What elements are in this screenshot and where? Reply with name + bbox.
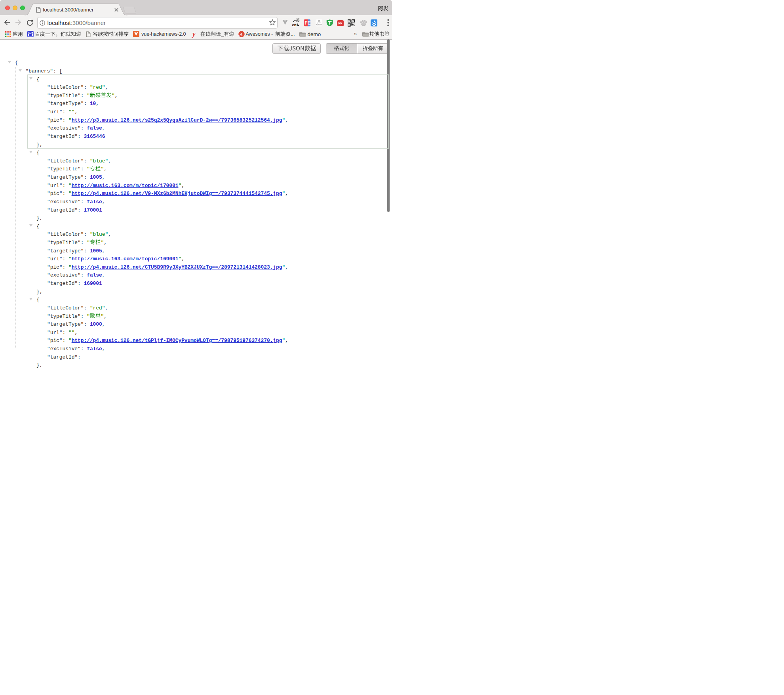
svg-text:E: E: [307, 21, 310, 26]
svg-text:A: A: [240, 32, 243, 36]
